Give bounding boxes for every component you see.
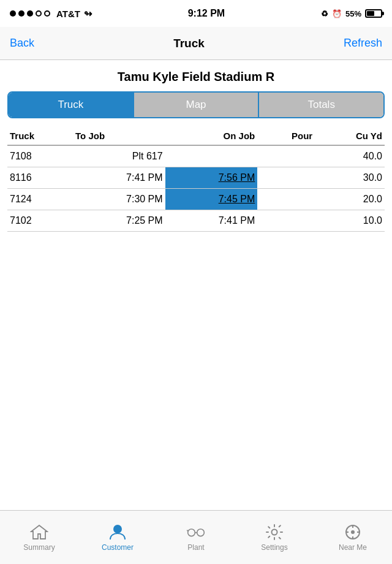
tab-near-me-label: Near Me [339, 543, 367, 552]
tab-customer[interactable]: Customer [78, 511, 157, 564]
status-right: ♻ ⏰ 55% [321, 9, 382, 18]
cell-pour [257, 145, 315, 167]
battery-icon [365, 9, 382, 18]
carrier-text: AT&T [56, 9, 80, 19]
cell-on-job: 7:41 PM [165, 210, 258, 232]
battery-fill [367, 11, 374, 16]
location-icon [344, 524, 362, 541]
cell-truck: 7124 [7, 189, 73, 210]
cell-to-job: 7:25 PM [73, 210, 165, 232]
table-row: 71247:30 PM7:45 PM20.0 [7, 189, 385, 210]
col-cu-yd: Cu Yd [315, 127, 385, 145]
tab-plant-label: Plant [187, 543, 204, 552]
cell-to-job: 7:30 PM [73, 189, 165, 210]
status-left: AT&T ↬ [10, 8, 92, 20]
svg-point-2 [197, 529, 205, 536]
glasses-icon [187, 524, 205, 541]
col-truck: Truck [7, 127, 73, 145]
dot-2 [18, 10, 24, 17]
person-icon [108, 524, 127, 541]
page-title: Tamu Kyle Field Stadium R [7, 70, 385, 84]
svg-point-5 [351, 530, 355, 534]
cell-to-job: 7:41 PM [73, 167, 165, 189]
signal-dots [10, 10, 50, 17]
cell-truck: 7108 [7, 145, 73, 167]
segment-truck[interactable]: Truck [9, 93, 134, 117]
home-icon [30, 524, 48, 541]
cell-on-job[interactable]: 7:45 PM [165, 189, 258, 210]
tab-near-me[interactable]: Near Me [314, 511, 392, 564]
status-bar: AT&T ↬ 9:12 PM ♻ ⏰ 55% [0, 0, 392, 27]
col-pour: Pour [257, 127, 315, 145]
battery-percent: 55% [345, 9, 361, 18]
cell-pour [257, 210, 315, 232]
tab-summary[interactable]: Summary [0, 511, 78, 564]
cell-cu-yd: 20.0 [315, 189, 385, 210]
dot-4 [36, 10, 42, 17]
cell-to-job: Plt 617 [73, 145, 165, 167]
wifi-icon: ↬ [84, 8, 92, 20]
cell-truck: 8116 [7, 167, 73, 189]
nav-bar: Back Truck Refresh [0, 27, 392, 60]
col-on-job: On Job [165, 127, 258, 145]
svg-point-0 [114, 525, 121, 533]
cell-cu-yd: 30.0 [315, 167, 385, 189]
cell-truck: 7102 [7, 210, 73, 232]
svg-point-3 [272, 529, 277, 535]
col-to-job: To Job [73, 127, 165, 145]
lock-icon: ♻ [321, 9, 328, 18]
cell-cu-yd: 40.0 [315, 145, 385, 167]
back-button[interactable]: Back [10, 37, 34, 50]
segment-map[interactable]: Map [134, 93, 260, 117]
segment-control: Truck Map Totals [7, 91, 385, 118]
tab-settings-label: Settings [261, 543, 287, 552]
cell-on-job[interactable]: 7:56 PM [165, 167, 258, 189]
nav-title: Truck [173, 37, 205, 50]
table-header-row: Truck To Job On Job Pour Cu Yd [7, 127, 385, 145]
cell-on-job [165, 145, 258, 167]
svg-point-1 [188, 529, 195, 536]
alarm-icon: ⏰ [332, 9, 342, 18]
cell-pour [257, 167, 315, 189]
gear-icon [265, 524, 284, 541]
tab-settings[interactable]: Settings [235, 511, 314, 564]
dot-3 [27, 10, 33, 17]
tab-customer-label: Customer [102, 543, 134, 552]
truck-table: Truck To Job On Job Pour Cu Yd 7108Plt 6… [7, 127, 385, 232]
tab-plant[interactable]: Plant [157, 511, 235, 564]
tab-bar: Summary Customer Plant Settings [0, 510, 392, 564]
tab-summary-label: Summary [23, 543, 55, 552]
dot-1 [10, 10, 16, 17]
table-row: 81167:41 PM7:56 PM30.0 [7, 167, 385, 189]
main-content: Tamu Kyle Field Stadium R Truck Map Tota… [0, 60, 392, 232]
table-row: 71027:25 PM7:41 PM10.0 [7, 210, 385, 232]
segment-totals[interactable]: Totals [259, 93, 383, 117]
cell-cu-yd: 10.0 [315, 210, 385, 232]
refresh-button[interactable]: Refresh [344, 37, 382, 50]
cell-pour [257, 189, 315, 210]
status-time: 9:12 PM [188, 8, 225, 19]
dot-5 [44, 10, 50, 17]
table-row: 7108Plt 61740.0 [7, 145, 385, 167]
